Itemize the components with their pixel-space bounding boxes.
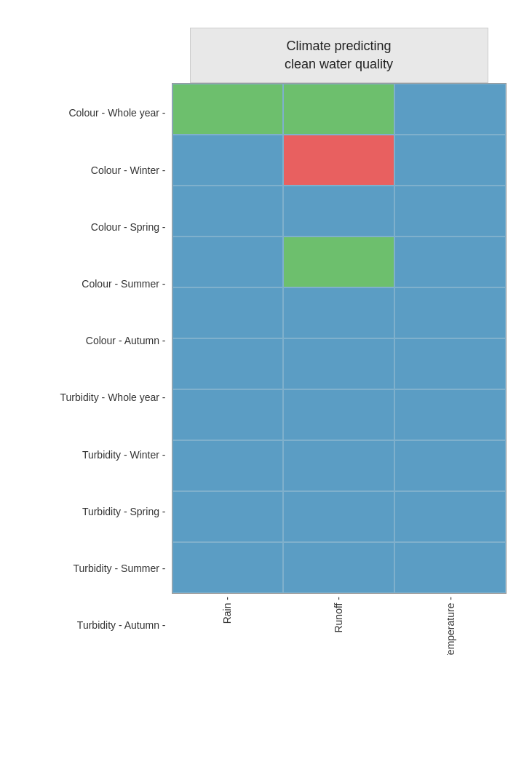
cell-r2-c1 [283,186,394,237]
cell-r9-c2 [394,542,506,593]
cell-r3-c1 [283,237,394,287]
cell-r8-c0 [172,491,284,542]
cell-r8-c1 [283,491,394,542]
y-axis: Colour - Whole year -Colour - Winter -Co… [26,83,172,655]
y-label-8: Turbidity - Summer - [26,543,166,594]
y-label-6: Turbidity - Winter - [26,429,166,480]
cell-r3-c2 [394,237,506,287]
cell-r0-c2 [394,84,506,135]
cell-r7-c2 [394,440,506,491]
cell-r6-c0 [172,389,284,440]
x-label-container-0: Rain - [172,597,283,655]
chart-title-line2: clean water quality [285,57,393,71]
y-label-3: Colour - Summer - [26,258,166,309]
cell-r6-c2 [394,389,506,440]
grid-and-x: Rain -Runoff -Temperature - [172,83,507,655]
y-label-5: Turbidity - Whole year - [26,372,166,423]
cell-r6-c1 [283,389,394,440]
x-label-container-1: Runoff - [283,597,394,655]
cell-r4-c2 [394,287,506,338]
x-label-1: Runoff - [333,597,344,633]
cell-r8-c2 [394,491,506,542]
cell-r5-c2 [394,338,506,389]
cell-r4-c1 [283,287,394,338]
cell-r3-c0 [172,237,284,287]
cell-r1-c2 [394,135,506,186]
chart-container: Climate predicting clean water quality C… [19,20,514,763]
chart-title: Climate predicting clean water quality [190,28,488,83]
chart-body: Colour - Whole year -Colour - Winter -Co… [26,83,507,655]
cell-r7-c1 [283,440,394,491]
cell-r1-c0 [172,135,284,186]
cell-r9-c1 [283,542,394,593]
cell-r5-c0 [172,338,284,389]
cell-r7-c0 [172,440,284,491]
y-label-1: Colour - Winter - [26,145,166,196]
chart-title-line1: Climate predicting [286,39,391,53]
cell-r2-c0 [172,186,284,237]
cell-r1-c1 [283,135,394,186]
cell-r5-c1 [283,338,394,389]
y-label-0: Colour - Whole year - [26,87,166,138]
cell-r0-c0 [172,84,284,135]
y-label-9: Turbidity - Autumn - [26,600,166,651]
cell-r0-c1 [283,84,394,135]
heatmap-grid [172,83,507,594]
y-label-7: Turbidity - Spring - [26,486,166,537]
cell-r2-c2 [394,186,506,237]
x-label-container-2: Temperature - [394,597,506,655]
x-label-2: Temperature - [445,597,456,655]
cell-r4-c0 [172,287,284,338]
y-label-2: Colour - Spring - [26,202,166,253]
cell-r9-c0 [172,542,284,593]
x-label-0: Rain - [221,597,233,624]
y-label-4: Colour - Autumn - [26,315,166,366]
x-axis: Rain -Runoff -Temperature - [172,597,507,655]
